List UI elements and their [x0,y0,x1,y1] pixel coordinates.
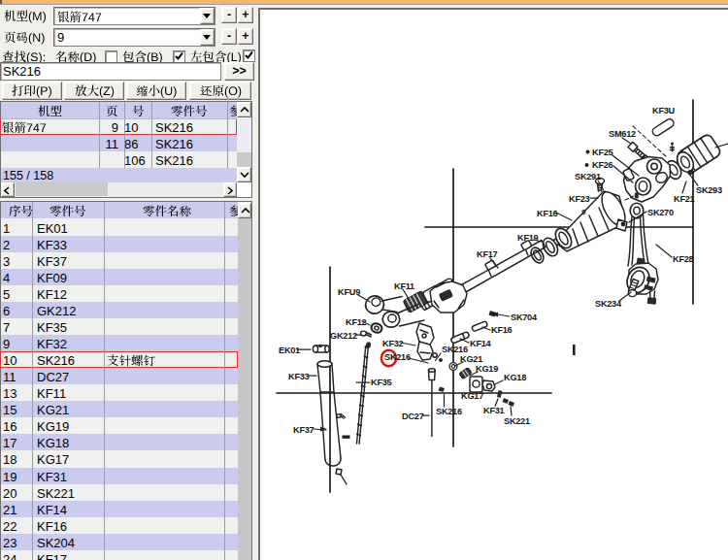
svg-text:KFU9: KFU9 [338,287,360,297]
svg-text:KF33: KF33 [288,372,310,381]
svg-text:SK291: SK291 [575,172,601,181]
svg-text:KG17: KG17 [461,391,483,401]
svg-text:KF16: KF16 [491,325,513,335]
svg-text:KG18: KG18 [504,373,526,382]
svg-text:KF17: KF17 [477,249,498,259]
svg-text:KF21: KF21 [674,194,695,204]
svg-text:SK234: SK234 [595,299,622,309]
svg-text:KF31: KF31 [483,406,505,415]
svg-text:GK212: GK212 [330,331,357,341]
svg-text:KF28: KF28 [673,254,694,264]
svg-text:KF16: KF16 [537,209,558,218]
svg-text:SK216: SK216 [384,352,411,362]
svg-text:KF14: KF14 [470,339,492,348]
svg-text:KF37: KF37 [293,425,314,435]
svg-text:DC27: DC27 [402,412,424,421]
svg-text:SK293: SK293 [696,185,722,195]
svg-text:SK704: SK704 [511,313,538,322]
svg-text:KF19: KF19 [517,233,539,243]
svg-text:SK216: SK216 [436,407,462,416]
svg-text:KF35: KF35 [371,378,392,387]
svg-text:SK270: SK270 [647,208,674,217]
svg-text:SK216: SK216 [442,345,468,354]
svg-text:KF3U: KF3U [652,106,676,115]
svg-text:KF11: KF11 [394,281,414,291]
svg-text:SK221: SK221 [504,416,530,426]
svg-text:KF23: KF23 [569,194,590,204]
svg-text:KF26: KF26 [592,160,613,170]
svg-text:KF25: KF25 [592,148,613,157]
svg-text:KG19: KG19 [476,364,498,374]
svg-text:KF32: KF32 [382,339,404,348]
